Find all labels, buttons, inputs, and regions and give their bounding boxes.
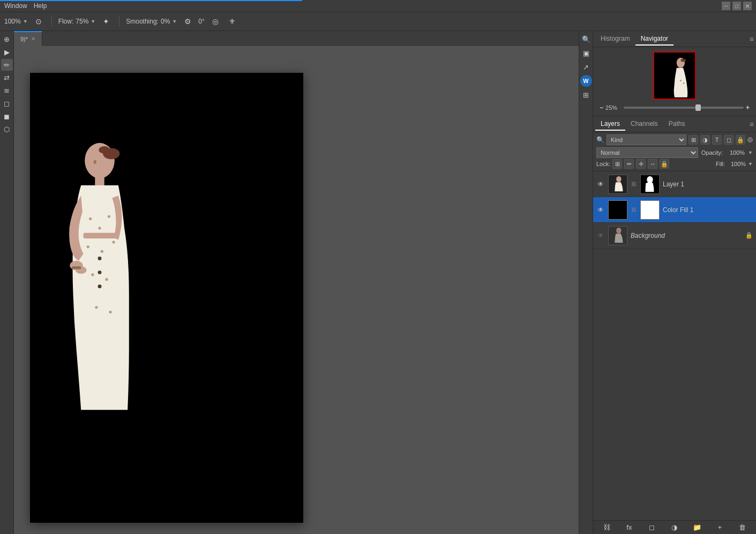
pressure-icon[interactable]: ◎	[209, 15, 222, 28]
angle-value[interactable]: 0°	[198, 18, 204, 25]
doc-tab-close[interactable]: ✕	[31, 36, 35, 42]
eraser-tool[interactable]: ◻	[1, 97, 13, 109]
divider-2	[119, 16, 119, 27]
svg-point-11	[91, 273, 94, 276]
layer-mask-colorfill1	[640, 200, 660, 220]
filter-pixel-btn[interactable]: ⊞	[688, 135, 698, 145]
title-bar-controls: ─ □ ✕	[722, 2, 752, 10]
fill-value[interactable]: 100%	[727, 161, 746, 167]
layer-eye-layer1[interactable]: 👁	[596, 180, 605, 189]
zoom-value[interactable]: 100%	[4, 18, 21, 25]
smoothing-dropdown-arrow[interactable]: ▼	[172, 19, 177, 24]
zoom-slider[interactable]	[624, 107, 744, 109]
svg-point-30	[647, 176, 653, 183]
navigator-zoom-bar: − 25% +	[597, 104, 752, 111]
layer-bottom-toolbar: ⛓ fx ◻ ◑ 📁 + 🗑	[593, 520, 756, 534]
layer-list: 👁 ⛓	[593, 171, 756, 520]
filter-adjustment-btn[interactable]: ◑	[700, 135, 710, 145]
layer-filter-row: 🔍 Kind ⊞ ◑ T ◻ 🔒	[596, 134, 753, 145]
close-button[interactable]: ✕	[743, 2, 752, 10]
layer-item[interactable]: 👁 ⛓ Color Fill 1	[593, 197, 756, 223]
flow-value[interactable]: 75%	[76, 18, 88, 25]
layer-eye-background[interactable]: 👁	[596, 231, 605, 240]
history-tool[interactable]: ≋	[1, 85, 13, 96]
share-side-icon[interactable]: ↗	[580, 61, 592, 73]
layer-new-btn[interactable]: +	[715, 522, 725, 533]
lock-all-btn[interactable]: 🔒	[660, 159, 669, 169]
swatch-tool[interactable]: ◼	[1, 110, 13, 122]
airbrush-icon[interactable]: ✦	[100, 15, 113, 28]
navigator-preview	[653, 51, 696, 100]
layer-thumb-background	[608, 226, 627, 245]
zoom-dropdown-arrow[interactable]: ▼	[23, 19, 28, 24]
layer-link-btn[interactable]: ⛓	[601, 522, 612, 533]
svg-point-14	[109, 311, 111, 313]
fill-label: Fill:	[716, 161, 725, 167]
menu-window[interactable]: Window	[4, 2, 27, 10]
layer-mask-btn[interactable]: ◻	[647, 522, 657, 533]
tab-paths[interactable]: Paths	[663, 118, 691, 131]
smoothing-value[interactable]: 0%	[161, 18, 170, 25]
svg-point-6	[98, 227, 101, 229]
flow-dropdown-arrow[interactable]: ▼	[91, 19, 95, 24]
maximize-button[interactable]: □	[732, 2, 741, 10]
settings-icon[interactable]: ⚙	[181, 15, 194, 28]
layer-filter-select[interactable]: Kind	[607, 134, 686, 145]
lock-position-btn[interactable]: ✛	[636, 159, 646, 169]
move-tool[interactable]: ⊕	[1, 33, 13, 45]
layers-panel-menu[interactable]: ≡	[750, 120, 754, 129]
3d-tool[interactable]: ⬡	[1, 123, 13, 135]
layer-fx-btn[interactable]: fx	[624, 522, 634, 533]
layer-item[interactable]: 👁 Background 🔒	[593, 223, 756, 249]
zoom-in-button[interactable]: +	[746, 104, 750, 111]
minimize-button[interactable]: ─	[722, 2, 730, 10]
search-side-icon[interactable]: 🔍	[580, 33, 592, 45]
brush-pressure-icon[interactable]: ⊙	[32, 15, 45, 28]
fill-dropdown[interactable]: ▼	[748, 161, 753, 167]
layer-group-btn[interactable]: 📁	[692, 522, 702, 533]
canvas-area[interactable]	[14, 46, 579, 534]
options-bar: 100% ▼ ⊙ Flow: 75% ▼ ✦ Smoothing: 0% ▼ ⚙…	[0, 12, 756, 31]
blend-mode-select[interactable]: Normal	[596, 147, 698, 158]
menu-help[interactable]: Help	[34, 2, 47, 10]
tab-channels[interactable]: Channels	[625, 118, 663, 131]
flow-label: Flow:	[58, 18, 74, 25]
lock-artboard-btn[interactable]: ↔	[648, 159, 657, 169]
frame-side-icon[interactable]: ▣	[580, 47, 592, 59]
tab-navigator[interactable]: Navigator	[635, 33, 673, 46]
svg-point-25	[680, 80, 682, 81]
person-figure	[46, 126, 153, 437]
tab-histogram[interactable]: Histogram	[595, 33, 635, 46]
filter-shape-btn[interactable]: ◻	[724, 135, 733, 145]
opacity-value[interactable]: 100%	[726, 149, 745, 156]
lock-transparent-btn[interactable]: ⊞	[612, 159, 622, 169]
menu-bar: Window Help	[4, 2, 47, 10]
layers-side-icon[interactable]: ⊞	[580, 89, 592, 101]
zoom-slider-thumb[interactable]	[695, 104, 701, 111]
symmetry-icon[interactable]: ⚜	[226, 15, 239, 28]
layers-section: Layers Channels Paths ≡ 🔍 Kind ⊞ ◑ T	[593, 116, 756, 534]
layer-delete-btn[interactable]: 🗑	[737, 522, 748, 533]
svg-point-28	[616, 176, 621, 182]
smoothing-control: Smoothing: 0% ▼	[126, 18, 177, 25]
svg-point-8	[87, 245, 89, 248]
svg-point-13	[95, 306, 98, 309]
tab-layers[interactable]: Layers	[595, 118, 625, 131]
doc-tab[interactable]: 9)* ✕	[14, 31, 42, 46]
filter-smart-btn[interactable]: 🔒	[736, 135, 745, 145]
user-avatar[interactable]: W	[580, 75, 592, 87]
layer-adjustment-btn[interactable]: ◑	[669, 522, 680, 533]
top-panel-menu[interactable]: ≡	[750, 35, 754, 43]
zoom-out-button[interactable]: −	[600, 104, 603, 111]
opacity-dropdown[interactable]: ▼	[748, 150, 753, 155]
clone-tool[interactable]: ⇄	[1, 72, 13, 84]
layer-filter-toggle[interactable]	[747, 137, 753, 142]
svg-point-18	[98, 284, 102, 288]
play-tool[interactable]: ▶	[1, 46, 13, 58]
angle-control[interactable]: 0°	[198, 18, 204, 25]
layer-item[interactable]: 👁 ⛓	[593, 171, 756, 197]
brush-tool active[interactable]: ✏	[1, 59, 13, 71]
filter-text-btn[interactable]: T	[712, 135, 722, 145]
lock-pixels-btn[interactable]: ✏	[624, 159, 634, 169]
layer-eye-colorfill1[interactable]: 👁	[596, 206, 605, 214]
